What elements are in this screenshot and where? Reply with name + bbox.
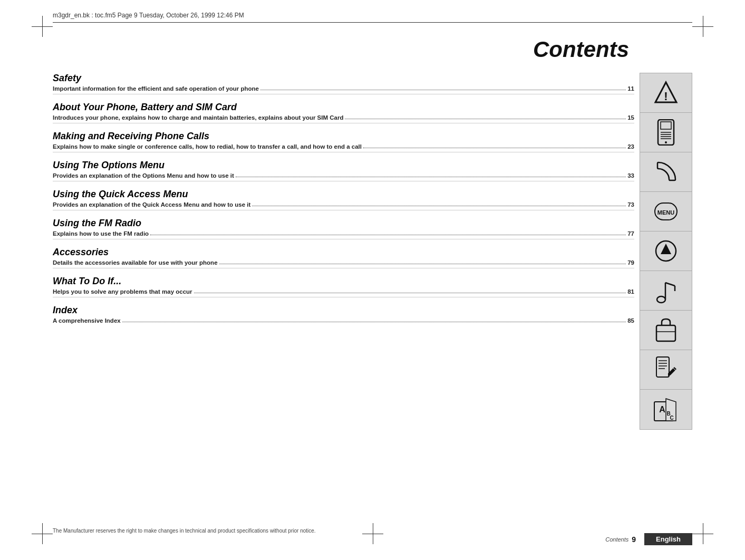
divider-accessories (53, 268, 634, 268)
toc-section-safety: SafetyImportant information for the effi… (53, 73, 634, 94)
toc-dots-fm-radio (150, 235, 626, 235)
toc-dots-index (122, 322, 626, 322)
crosshair-bottom-right (692, 523, 713, 544)
sidebar-icon-calls (640, 152, 692, 192)
divider-about-phone (53, 123, 634, 123)
sidebar-icon-help (640, 350, 692, 390)
divider-quick-access (53, 210, 634, 210)
toc-page-quick-access: 73 (627, 201, 634, 208)
toc-section-options-menu: Using The Options MenuProvides an explan… (53, 160, 634, 181)
toc-desc-fm-radio: Explains how to use the FM radio77 (53, 230, 634, 237)
toc-desc-options-menu: Provides an explanation of the Options M… (53, 172, 634, 179)
sidebar-icon-radio (640, 271, 692, 311)
svg-line-15 (665, 283, 675, 286)
toc-page-fm-radio: 77 (627, 230, 634, 237)
toc-dots-accessories (219, 264, 626, 264)
toc-desc-text-quick-access: Provides an explanation of the Quick Acc… (53, 201, 250, 208)
divider-making-calls (53, 152, 634, 152)
toc-title-index: Index (53, 305, 634, 316)
toc-desc-text-index: A comprehensive Index (53, 317, 121, 324)
svg-rect-3 (661, 122, 671, 129)
svg-text:MENU: MENU (657, 209, 674, 216)
sidebar-icon-accessories (640, 311, 692, 350)
svg-marker-12 (661, 244, 671, 254)
toc-desc-text-making-calls: Explains how to make single or conferenc… (53, 143, 362, 150)
toc-title-making-calls: Making and Receiving Phone Calls (53, 131, 634, 142)
page-footer: Contents 9 English (605, 533, 692, 545)
sidebar-icon-index: A B C (640, 390, 692, 429)
toc-page-making-calls: 23 (627, 143, 634, 150)
page-footer-number: 9 (632, 535, 636, 544)
sidebar-icons: ! (640, 73, 692, 430)
svg-point-8 (665, 141, 667, 143)
toc-title-quick-access: Using the Quick Access Menu (53, 189, 634, 200)
svg-text:A: A (659, 405, 665, 414)
page-title: Contents (53, 37, 692, 62)
toc-desc-making-calls: Explains how to make single or conferenc… (53, 143, 634, 150)
header-text: m3gdr_en.bk : toc.fm5 Page 9 Tuesday, Oc… (53, 12, 692, 23)
toc-dots-quick-access (252, 206, 626, 206)
toc-dots-safety (260, 90, 626, 90)
toc-desc-text-accessories: Details the accessories available for us… (53, 259, 218, 266)
svg-rect-17 (656, 325, 675, 341)
toc-desc-text-what-to-do: Helps you to solve any problems that may… (53, 288, 192, 295)
toc-title-fm-radio: Using the FM Radio (53, 218, 634, 229)
crosshair-bottom-left (32, 523, 53, 544)
toc-desc-text-safety: Important information for the efficient … (53, 85, 259, 92)
toc-page-accessories: 79 (627, 259, 634, 266)
footer-disclaimer: The Manufacturer reserves the right to m… (53, 528, 692, 534)
sidebar-icon-safety: ! (640, 73, 692, 113)
page-footer-language: English (644, 533, 692, 545)
toc-section-index: IndexA comprehensive Index85 (53, 305, 634, 324)
toc-desc-text-options-menu: Provides an explanation of the Options M… (53, 172, 234, 179)
toc-desc-safety: Important information for the efficient … (53, 85, 634, 92)
toc-title-what-to-do: What To Do If... (53, 276, 634, 287)
toc-page-safety: 11 (627, 85, 634, 92)
toc-desc-text-about-phone: Introduces your phone, explains how to c… (53, 114, 343, 121)
toc-desc-quick-access: Provides an explanation of the Quick Acc… (53, 201, 634, 208)
toc-section-about-phone: About Your Phone, Battery and SIM CardIn… (53, 102, 634, 123)
toc-desc-what-to-do: Helps you to solve any problems that may… (53, 288, 634, 295)
toc-page-what-to-do: 81 (627, 288, 634, 295)
toc-title-about-phone: About Your Phone, Battery and SIM Card (53, 102, 634, 113)
svg-rect-19 (656, 357, 669, 377)
divider-what-to-do (53, 297, 634, 297)
crosshair-top-left (32, 16, 53, 37)
sidebar-icon-menu: MENU (640, 192, 692, 231)
toc-desc-accessories: Details the accessories available for us… (53, 259, 634, 266)
svg-text:C: C (670, 415, 673, 421)
toc-page-about-phone: 15 (627, 114, 634, 121)
toc-container: ! (53, 73, 692, 324)
toc-section-fm-radio: Using the FM RadioExplains how to use th… (53, 218, 634, 239)
toc-desc-index: A comprehensive Index85 (53, 317, 634, 324)
divider-options-menu (53, 181, 634, 181)
toc-page-index: 85 (627, 317, 634, 324)
sidebar-icon-phone (640, 113, 692, 152)
toc-entries: SafetyImportant information for the effi… (53, 73, 692, 324)
svg-text:!: ! (664, 90, 667, 103)
toc-desc-about-phone: Introduces your phone, explains how to c… (53, 114, 634, 121)
toc-section-what-to-do: What To Do If...Helps you to solve any p… (53, 276, 634, 297)
toc-dots-what-to-do (194, 293, 626, 293)
svg-point-13 (657, 296, 665, 303)
toc-desc-text-fm-radio: Explains how to use the FM radio (53, 230, 149, 237)
page-footer-label: Contents (605, 536, 628, 543)
sidebar-icon-quick (640, 231, 692, 271)
toc-section-accessories: AccessoriesDetails the accessories avail… (53, 247, 634, 268)
toc-section-making-calls: Making and Receiving Phone CallsExplains… (53, 131, 634, 152)
toc-dots-options-menu (236, 177, 626, 177)
toc-title-accessories: Accessories (53, 247, 634, 258)
toc-dots-about-phone (345, 119, 626, 119)
main-content: Contents ! (53, 37, 692, 507)
toc-section-quick-access: Using the Quick Access MenuProvides an e… (53, 189, 634, 210)
divider-fm-radio (53, 239, 634, 239)
crosshair-top-right (692, 16, 713, 37)
toc-title-options-menu: Using The Options Menu (53, 160, 634, 171)
toc-title-safety: Safety (53, 73, 634, 84)
divider-safety (53, 94, 634, 94)
toc-dots-making-calls (363, 148, 626, 148)
toc-page-options-menu: 33 (627, 172, 634, 179)
crosshair-center-bottom (362, 523, 383, 544)
